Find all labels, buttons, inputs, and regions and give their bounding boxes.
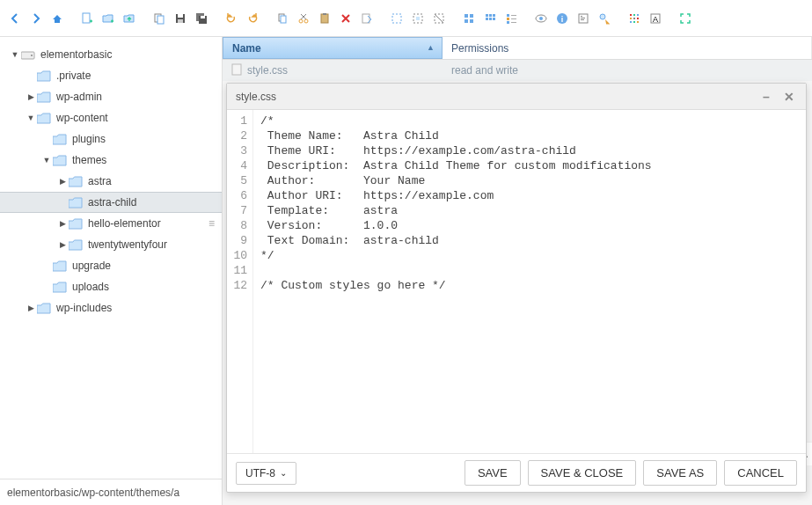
- undo-icon[interactable]: [222, 9, 241, 28]
- folder-icon: [37, 91, 51, 103]
- tree-node-elementorbasic[interactable]: ▼elementorbasic: [0, 44, 222, 65]
- tree-label: upgrade: [72, 260, 111, 272]
- cut-icon[interactable]: [294, 9, 313, 28]
- svg-rect-28: [489, 18, 492, 20]
- collapse-icon[interactable]: ▼: [25, 112, 37, 124]
- invert-icon[interactable]: [429, 9, 449, 28]
- chevron-down-icon: ⌄: [280, 468, 287, 478]
- forward-icon[interactable]: [26, 9, 46, 28]
- collapse-icon[interactable]: ▼: [9, 48, 21, 61]
- copy-icon[interactable]: [150, 9, 169, 28]
- permissions-icon[interactable]: [595, 9, 614, 28]
- svg-rect-2: [157, 16, 164, 24]
- svg-rect-23: [470, 19, 473, 23]
- file-row[interactable]: style.cssread and write: [223, 60, 812, 81]
- copy2-icon[interactable]: [273, 9, 292, 28]
- tree-node-wp-content[interactable]: ▼wp-content: [0, 107, 222, 128]
- column-name[interactable]: Name▲: [223, 37, 443, 59]
- svg-rect-51: [630, 21, 632, 23]
- close-icon[interactable]: ✕: [781, 89, 797, 105]
- tree-node-hello-elementor[interactable]: ▶hello-elementor≡: [0, 213, 222, 234]
- svg-rect-33: [511, 15, 516, 16]
- twisty-blank: [56, 196, 69, 209]
- tree-node-plugins[interactable]: plugins: [0, 128, 222, 150]
- svg-rect-41: [581, 16, 582, 17]
- tree-node-themes[interactable]: ▼themes: [0, 150, 222, 171]
- svg-rect-22: [465, 19, 468, 23]
- code-editor[interactable]: 1 2 3 4 5 6 7 8 9 10 11 12 /* Theme Name…: [227, 110, 806, 453]
- svg-point-57: [31, 55, 33, 56]
- view-list-icon[interactable]: [501, 9, 521, 28]
- tree-label: wp-content: [56, 112, 108, 124]
- back-icon[interactable]: [5, 9, 25, 28]
- save-icon[interactable]: [171, 9, 190, 28]
- select-none-icon[interactable]: [408, 9, 428, 28]
- file-icon: [231, 63, 242, 78]
- tree-node-uploads[interactable]: uploads: [0, 276, 222, 297]
- preview-icon[interactable]: [531, 9, 551, 28]
- code-content[interactable]: /* Theme Name: Astra Child Theme URI: ht…: [253, 110, 806, 453]
- redo-icon[interactable]: [243, 9, 262, 28]
- tree-node--private[interactable]: .private: [0, 65, 222, 86]
- view-icons-icon[interactable]: [480, 9, 500, 28]
- paste-icon[interactable]: [315, 9, 334, 28]
- folder-icon: [69, 196, 83, 209]
- svg-rect-14: [323, 13, 326, 15]
- folder-icon: [53, 260, 67, 272]
- svg-rect-43: [581, 19, 584, 20]
- file-permissions: read and write: [443, 64, 812, 77]
- breadcrumb: elementorbasic/wp-content/themes/a: [0, 479, 222, 505]
- tree-label: elementorbasic: [40, 48, 112, 61]
- save-as-button[interactable]: SAVE AS: [643, 460, 717, 486]
- upload-icon[interactable]: [120, 9, 139, 28]
- rename-icon[interactable]: [357, 9, 377, 28]
- folder-icon: [37, 70, 51, 82]
- context-menu-icon[interactable]: ≡: [208, 217, 215, 230]
- info-icon[interactable]: i: [552, 9, 572, 28]
- tree-node-upgrade[interactable]: upgrade: [0, 255, 222, 276]
- svg-rect-31: [507, 18, 509, 20]
- tree-node-astra-child[interactable]: astra-child: [0, 192, 222, 213]
- minimize-icon[interactable]: –: [758, 89, 774, 105]
- save-close-button[interactable]: SAVE & CLOSE: [528, 460, 637, 486]
- up-icon[interactable]: [48, 9, 67, 28]
- expand-icon[interactable]: ▶: [56, 217, 69, 230]
- folder-icon: [53, 281, 67, 293]
- content-panel: Name▲ Permissions style.cssread and writ…: [223, 37, 812, 505]
- editor-titlebar[interactable]: style.css – ✕: [227, 84, 806, 110]
- twisty-blank: [40, 281, 53, 293]
- cancel-button[interactable]: CANCEL: [724, 460, 797, 486]
- tree-node-wp-admin[interactable]: ▶wp-admin: [0, 86, 222, 107]
- properties-icon[interactable]: [574, 9, 593, 28]
- collapse-icon[interactable]: ▼: [40, 154, 53, 166]
- new-folder-icon[interactable]: [99, 9, 118, 28]
- editor-footer: UTF-8⌄ SAVE SAVE & CLOSE SAVE AS CANCEL: [227, 453, 806, 492]
- save-button[interactable]: SAVE: [465, 460, 521, 486]
- svg-rect-4: [178, 14, 183, 18]
- select-all-icon[interactable]: [387, 9, 406, 28]
- fullscreen-icon[interactable]: [676, 9, 695, 28]
- encoding-select[interactable]: UTF-8⌄: [236, 462, 296, 485]
- svg-rect-46: [633, 14, 635, 16]
- new-file-icon[interactable]: [77, 9, 97, 28]
- expand-icon[interactable]: ▶: [25, 91, 37, 103]
- tree-node-twentytwentyfour[interactable]: ▶twentytwentyfour: [0, 234, 222, 255]
- tree-node-wp-includes[interactable]: ▶wp-includes: [0, 297, 222, 318]
- tree-label: plugins: [72, 133, 106, 145]
- disk-icon: [21, 48, 35, 61]
- file-tree-panel: ▼elementorbasic.private▶wp-admin▼wp-cont…: [0, 37, 223, 505]
- column-permissions[interactable]: Permissions: [443, 37, 812, 59]
- expand-icon[interactable]: ▶: [56, 175, 69, 187]
- tree-label: astra: [88, 175, 112, 187]
- svg-rect-26: [493, 14, 495, 17]
- expand-icon[interactable]: ▶: [25, 302, 37, 314]
- save-all-icon[interactable]: [192, 9, 211, 28]
- expand-icon[interactable]: ▶: [56, 238, 69, 251]
- delete-icon[interactable]: [336, 9, 355, 28]
- main-toolbar: iA: [0, 0, 812, 37]
- view-tiles-icon[interactable]: [459, 9, 479, 28]
- char-icon[interactable]: A: [646, 9, 665, 28]
- grid-icon[interactable]: [625, 9, 644, 28]
- file-list-header: Name▲ Permissions: [223, 37, 812, 60]
- tree-node-astra[interactable]: ▶astra: [0, 171, 222, 192]
